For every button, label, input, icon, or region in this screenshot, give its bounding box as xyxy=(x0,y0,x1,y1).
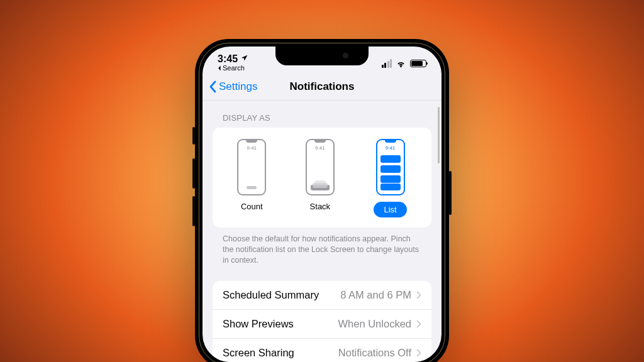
location-arrow-icon xyxy=(240,54,248,64)
settings-list-card: Scheduled Summary 8 AM and 6 PM Show Pre… xyxy=(213,281,431,362)
wifi-icon xyxy=(396,60,406,67)
row-label: Screen Sharing xyxy=(223,347,294,359)
count-preview-icon: 9:41 xyxy=(237,139,266,195)
row-value: When Unlocked xyxy=(338,318,411,330)
row-value: Notifications Off xyxy=(338,347,411,359)
display-option-list-label: List xyxy=(374,202,406,217)
volume-down-button xyxy=(192,196,195,226)
power-button xyxy=(449,171,452,215)
row-value: 8 AM and 6 PM xyxy=(340,289,411,301)
status-back-label: Search xyxy=(223,65,245,72)
chevron-left-icon xyxy=(209,80,218,93)
screen: 3:45 Search xyxy=(203,47,441,362)
list-preview-icon: 9:41 xyxy=(376,139,405,195)
status-time: 3:45 xyxy=(218,54,238,64)
chevron-right-icon xyxy=(416,291,421,299)
stack-preview-icon: 9:41 xyxy=(306,139,335,195)
content-scroll[interactable]: DISPLAY AS 9:41 Count 9:41 xyxy=(203,101,441,362)
nav-back-label: Settings xyxy=(219,80,257,93)
row-scheduled-summary[interactable]: Scheduled Summary 8 AM and 6 PM xyxy=(213,281,431,310)
cellular-signal-icon xyxy=(382,59,392,68)
notch xyxy=(275,47,369,65)
row-screen-sharing[interactable]: Screen Sharing Notifications Off xyxy=(213,339,431,362)
row-label: Show Previews xyxy=(223,318,294,330)
chevron-right-icon xyxy=(416,349,421,357)
display-option-stack-label: Stack xyxy=(310,202,331,211)
section-header-display-as: DISPLAY AS xyxy=(213,101,431,128)
nav-back-button[interactable]: Settings xyxy=(209,80,257,93)
row-show-previews[interactable]: Show Previews When Unlocked xyxy=(213,310,431,339)
nav-bar: Settings Notifications xyxy=(203,73,441,101)
volume-up-button xyxy=(192,158,195,189)
section-footer-display-as: Choose the default for how notifications… xyxy=(213,228,431,267)
display-option-count[interactable]: 9:41 Count xyxy=(237,139,266,217)
display-option-list[interactable]: 9:41 List xyxy=(374,139,406,217)
status-back-to-app[interactable]: Search xyxy=(218,65,245,72)
display-option-count-label: Count xyxy=(241,202,263,211)
row-label: Scheduled Summary xyxy=(223,289,319,301)
phone-frame: 3:45 Search xyxy=(195,39,449,362)
mute-switch xyxy=(192,127,195,145)
chevron-right-icon xyxy=(416,320,421,328)
nav-title: Notifications xyxy=(290,80,355,93)
display-as-card: 9:41 Count 9:41 Stack xyxy=(213,128,431,228)
battery-icon xyxy=(410,60,426,67)
display-option-stack[interactable]: 9:41 Stack xyxy=(306,139,335,217)
